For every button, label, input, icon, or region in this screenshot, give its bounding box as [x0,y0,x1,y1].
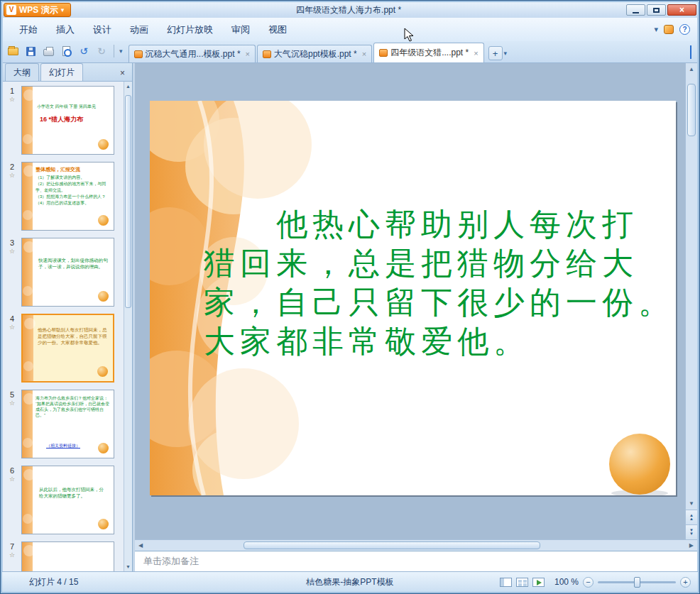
menu-tab-design[interactable]: 设计 [84,18,121,42]
scrollbar-thumb[interactable] [687,84,696,136]
slide-accent-band [22,87,33,154]
thumbnail-frame[interactable]: 快速阅读课文，划出使你感动的句子，读一读，并说说你的理由。 [21,238,114,307]
scrollbar-thumb[interactable] [244,541,540,549]
thumbnail-list: 1 ☆ 小学语文 四年级 下册 第四单元 16 *猎人海力布 2 [3,82,124,571]
tab-list-dropdown-icon[interactable]: ▾ [504,50,508,57]
scroll-down-icon[interactable]: ▼ [126,562,131,571]
thumbnail-scrollbar[interactable]: ▲ ▼ [124,82,132,571]
close-button[interactable]: × [667,4,696,16]
next-slide-button[interactable]: ▼ ▼ [686,524,697,539]
thumbnail-frame[interactable] [21,541,114,571]
notes-pane[interactable]: 单击添加备注 [135,551,697,571]
slide-number: 5 [10,390,14,399]
slide-thumbnail-1[interactable]: 1 ☆ 小学语文 四年级 下册 第四单元 16 *猎人海力布 [3,86,124,155]
horizontal-scrollbar[interactable]: ◀ ▶ [135,539,697,551]
slide-thumbnail-2[interactable]: 2 ☆ 整体感知，汇报交流 （1）了解课文讲的内容。 （2）把让你感动的地方画下… [3,162,124,231]
slide-thumbnail-7[interactable]: 7 ☆ [3,541,124,571]
zoom-in-button[interactable]: + [680,577,691,588]
scroll-right-icon[interactable]: ▶ [686,542,697,549]
thumbnail-frame[interactable]: 他热心帮助别人每次打猎回来，总是把猎物分给大家，自己只留下很少的一份。大家都非常… [21,314,114,383]
document-tab-1[interactable]: 沉稳大气通用...模板.ppt * × [128,45,256,62]
open-button[interactable] [6,44,20,58]
maximize-button[interactable] [647,4,666,16]
menu-tab-view[interactable]: 视图 [259,18,296,42]
transition-star-icon: ☆ [9,400,15,407]
close-tab-icon[interactable]: × [474,49,478,57]
menu-tab-review[interactable]: 审阅 [222,18,259,42]
scrollbar-track[interactable] [146,540,686,551]
menu-tab-insert[interactable]: 插入 [47,18,84,42]
wps-menu-label: WPS 演示 [19,4,58,16]
scrollbar-track[interactable] [686,75,697,497]
vertical-scrollbar[interactable]: ▲ ▼ ▲ ▲ ▼ ▼ [685,63,697,539]
scroll-up-icon[interactable]: ▲ [126,82,131,91]
close-tab-icon[interactable]: × [246,50,250,58]
slides-panel: 大纲 幻灯片 × 1 ☆ 小学语文 四年级 下册 第四单元 [3,63,133,571]
document-tab-label: 沉稳大气通用...模板.ppt * [146,48,241,60]
scroll-up-icon[interactable]: ▲ [689,63,694,75]
minimize-button[interactable] [626,4,645,16]
print-preview-button[interactable] [59,44,73,58]
menu-tab-home[interactable]: 开始 [10,18,47,42]
print-button[interactable] [41,44,55,58]
new-tab-button[interactable]: + [488,46,503,60]
toolbar-overflow-icon[interactable]: ▾ [119,48,123,55]
previous-slide-button[interactable]: ▲ ▲ [686,510,697,524]
slide-accent-ball [98,291,109,302]
menu-tab-animation[interactable]: 动画 [121,18,158,42]
double-down-icon: ▼ [689,532,694,536]
slide-accent-band [23,315,33,381]
slideshow-button[interactable] [532,578,545,587]
thumbnail-frame[interactable]: 整体感知，汇报交流 （1）了解课文讲的内容。 （2）把让你感动的地方画下来，与同… [21,162,114,231]
slide-thumbnail-6[interactable]: 6 ☆ 从此以后，他每次打猎回来，分给大家的猎物更多了。 [3,466,124,534]
undo-button[interactable]: ↺ [77,44,91,58]
thumbnail-frame[interactable]: 小学语文 四年级 下册 第四单元 16 *猎人海力布 [21,86,114,155]
transition-star-icon: ☆ [9,475,15,483]
save-button[interactable] [23,44,38,58]
presentation-file-icon [134,50,143,58]
document-tab-3-active[interactable]: 四年级语文猎....ppt * × [373,43,483,62]
slide-thumbnail-4-selected[interactable]: 4 ☆ 他热心帮助别人每次打猎回来，总是把猎物分给大家，自己只留下很少的一份。大… [3,314,124,383]
thumbnail-frame[interactable]: 从此以后，他每次打猎回来，分给大家的猎物更多了。 [21,466,114,534]
scrollbar-thumb[interactable] [125,95,131,308]
slide-editing-area[interactable]: 他热心帮助别人每次打 猎回来，总是把猎物分给大 家，自己只留下很少的一份。 大家… [135,63,697,539]
slide-sorter-view-button[interactable] [516,578,528,587]
main-column: 他热心帮助别人每次打 猎回来，总是把猎物分给大 家，自己只留下很少的一份。 大家… [135,63,697,571]
menu-tab-slideshow[interactable]: 幻灯片放映 [158,18,222,42]
slide-accent-band [22,163,33,230]
thumb-body-text: 快速阅读课文，划出使你感动的句子，读一读，并说说你的理由。 [38,257,108,270]
double-up-icon: ▲ [689,517,694,521]
zoom-slider-thumb[interactable] [634,577,640,588]
thumbnail-frame[interactable]: 海力布为什么救乡亲们？他对全家说：“如果把真话说给乡亲们听，自己就会变成石头，为… [21,390,114,458]
transition-star-icon: ☆ [9,172,15,179]
scrollbar-track[interactable] [124,91,132,562]
close-tab-icon[interactable]: × [362,50,366,58]
slide-accent-ball [98,215,109,226]
zoom-out-button[interactable]: − [583,577,594,588]
skin-theme-icon[interactable] [664,25,674,34]
wps-menu-button[interactable]: V WPS 演示 ▾ [4,3,71,17]
slide-accent-ball [98,519,109,529]
tab-outline[interactable]: 大纲 [5,63,39,81]
switch-window-icon[interactable] [690,45,691,59]
wps-presentation-window: V WPS 演示 ▾ 四年级语文猎人海力布.ppt * × 开始 插入 设计 动… [0,0,700,594]
thumbnail-gutter: 6 ☆ [3,466,21,534]
scroll-down-icon[interactable]: ▼ [689,497,694,510]
transition-star-icon: ☆ [9,248,15,255]
thumb-subtitle: 小学语文 四年级 下册 第四单元 [37,104,111,110]
maximize-icon [653,8,660,13]
redo-button[interactable]: ↻ [94,44,109,58]
close-panel-icon[interactable]: × [115,65,130,81]
document-tab-2[interactable]: 大气沉稳ppt模板.ppt * × [257,45,372,62]
slide-body-text[interactable]: 他热心帮助别人每次打 猎回来，总是把猎物分给大 家，自己只留下很少的一份。 大家… [204,204,674,361]
slide-canvas[interactable]: 他热心帮助别人每次打 猎回来，总是把猎物分给大 家，自己只留下很少的一份。 大家… [150,101,676,495]
slide-thumbnail-3[interactable]: 3 ☆ 快速阅读课文，划出使你感动的句子，读一读，并说说你的理由。 [3,238,124,307]
collapse-ribbon-icon[interactable]: ▾ [654,25,658,34]
help-button[interactable]: ? [679,24,690,35]
scroll-left-icon[interactable]: ◀ [135,542,146,549]
slide-thumbnail-5[interactable]: 5 ☆ 海力布为什么救乡亲们？他对全家说：“如果把真话说给乡亲们听，自己就会变成… [3,390,124,458]
normal-view-button[interactable] [500,578,512,587]
zoom-slider[interactable] [598,581,676,583]
slide-accent-band [22,466,33,534]
tab-slides[interactable]: 幻灯片 [40,63,83,81]
